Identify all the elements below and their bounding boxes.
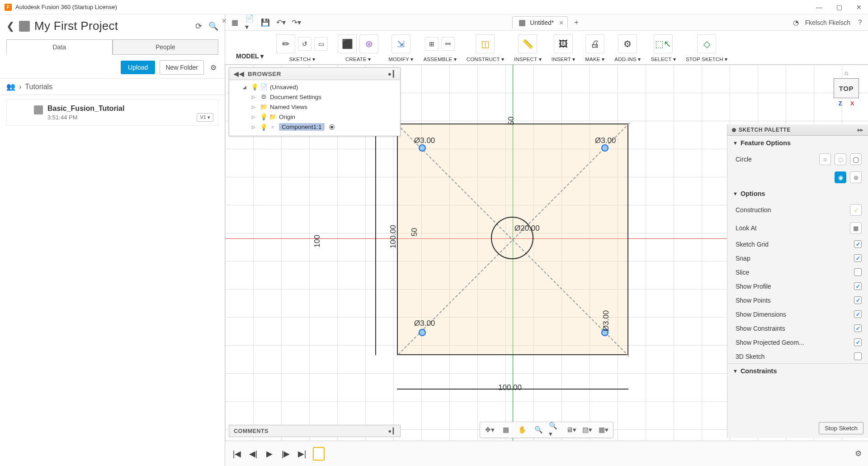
comments-panel[interactable]: COMMENTS ●┃ [229,425,401,437]
sketch-rect-icon[interactable]: ▭ [314,37,328,51]
tree-named-views[interactable]: ▷📁 Named Views [232,102,397,112]
ribbon-create-label[interactable]: CREATE ▾ [345,54,371,62]
ribbon-modify-label[interactable]: MODIFY ▾ [388,54,413,62]
circle-tan2-icon[interactable]: ◉ [835,171,846,183]
option-sketch-grid[interactable]: Sketch Grid [727,237,868,251]
insert-decal-icon[interactable]: 🖼 [554,34,573,53]
extrude-icon[interactable]: ⬛ [338,34,357,53]
orbit-icon[interactable]: ✥▾ [484,424,495,436]
search-icon[interactable]: 🔍 [208,21,218,31]
stop-sketch-button[interactable]: Stop Sketch [819,422,863,434]
constraints-header[interactable]: ▼Constraints [727,363,868,378]
feature-options-header[interactable]: ▼Feature Options [727,136,868,150]
dimension-diameter-br[interactable]: Ø3.00 [602,310,611,331]
lookat-nav-icon[interactable]: ▦ [500,424,512,436]
window-close-button[interactable]: ✕ [854,4,863,11]
dimension-diameter-tl[interactable]: Ø3.00 [414,136,435,145]
grid-apps-icon[interactable]: ▦ [230,18,240,28]
close-data-panel-button[interactable]: ✕ [222,17,227,24]
revolve-icon[interactable]: ⊛ [359,34,378,53]
assemble-joint-icon[interactable]: ⚯ [441,37,455,51]
option-construction[interactable]: Construction⟋ [727,201,868,219]
sketch-circle-center[interactable] [491,217,533,259]
ribbon-select-label[interactable]: SELECT ▾ [651,54,676,62]
timeline-settings-icon[interactable]: ⚙ [855,449,862,458]
ribbon-sketch-label[interactable]: SKETCH ▾ [289,54,315,62]
user-menu[interactable]: Fkelsch Fkelsch [805,19,850,26]
refresh-icon[interactable]: ⟳ [195,21,202,31]
file-version-dropdown[interactable]: V1 ▾ [197,113,213,122]
ribbon-construct-label[interactable]: CONSTRUCT ▾ [467,54,504,62]
comments-pin-icon[interactable]: ●┃ [388,428,396,434]
option-show-dimensions[interactable]: Show Dimensions [727,307,868,321]
ribbon-inspect-label[interactable]: INSPECT ▾ [514,54,542,62]
dimension-diameter-tr[interactable]: Ø3.00 [595,136,616,145]
new-folder-button[interactable]: New Folder [160,60,204,75]
ribbon-stop-sketch-label[interactable]: STOP SKETCH ▾ [686,54,728,62]
palette-handle-icon[interactable] [732,128,736,132]
create-sketch-icon[interactable]: ✏ [276,34,295,53]
option-show-constraints[interactable]: Show Constraints [727,321,868,335]
viewcube-face[interactable]: TOP [834,78,859,98]
ribbon-insert-label[interactable]: INSERT ▾ [552,54,576,62]
new-tab-button[interactable]: ＋ [571,17,581,27]
tree-component1[interactable]: ▷💡▫ Component1:1 [232,122,397,132]
workspace-switcher[interactable]: MODEL ▾ [230,48,270,64]
help-icon[interactable]: ？ [857,18,863,27]
tree-root[interactable]: ◢💡📄 (Unsaved) [232,82,397,92]
option-lookat[interactable]: Look At▦ [727,219,868,237]
sketch-circle-small[interactable] [419,329,426,336]
window-maximize-button[interactable]: ▢ [835,4,844,11]
circle-center-diameter-icon[interactable]: ○ [819,153,831,165]
window-minimize-button[interactable]: — [815,4,824,11]
circle-3pt-icon[interactable]: ◯ [850,153,862,165]
circle-2pt-icon[interactable]: ◌ [835,153,846,165]
ribbon-make-label[interactable]: MAKE ▾ [585,54,604,62]
timeline-end-icon[interactable]: ▶| [297,449,307,459]
press-pull-icon[interactable]: ⇲ [392,34,410,53]
construct-plane-icon[interactable]: ◫ [476,34,495,53]
circle-tan3-icon[interactable]: ⊚ [850,171,862,183]
dimension-diameter-bl[interactable]: Ø3.00 [414,319,435,328]
option-3d-sketch[interactable]: 3D Sketch [727,349,868,363]
dimension-diameter-big[interactable]: Ø20.00 [514,224,540,233]
timeline-feature-marker[interactable] [313,447,325,461]
viewport-layout-icon[interactable]: ▦▾ [598,424,609,436]
display-settings-icon[interactable]: 🖥▾ [565,424,577,436]
close-tab-icon[interactable]: ✕ [559,19,564,26]
grid-settings-icon[interactable]: ▤▾ [581,424,593,436]
3dprint-icon[interactable]: 🖨 [585,34,604,53]
viewcube[interactable]: ⌂ TOP Z X [834,69,859,107]
tab-data[interactable]: Data [6,39,113,55]
pan-icon[interactable]: ✋ [516,424,528,436]
upload-button[interactable]: Upload [121,61,155,74]
option-show-profile[interactable]: Show Profile [727,279,868,293]
assemble-new-icon[interactable]: ⊞ [425,37,439,51]
activate-component-icon[interactable] [329,124,335,130]
addins-icon[interactable]: ⚙ [618,34,637,53]
job-status-icon[interactable]: ◔ [793,19,799,27]
tree-doc-settings[interactable]: ▷⚙ Document Settings [232,92,397,102]
dimension-100v[interactable]: 100 [313,235,322,247]
save-icon[interactable]: 💾 [260,18,270,28]
dimension-width[interactable]: 100.00 [498,383,522,392]
viewcube-home-icon[interactable]: ⌂ [834,69,859,76]
options-header[interactable]: ▼Options [727,186,868,201]
option-snap[interactable]: Snap [727,251,868,265]
timeline-forward-icon[interactable]: |▶ [280,449,291,459]
redo-icon[interactable]: ↷▾ [291,18,301,28]
dimension-height[interactable]: 100.00 [389,225,398,248]
undo-icon[interactable]: ↶▾ [276,18,286,28]
new-file-icon[interactable]: 📄▾ [245,18,255,28]
timeline-back-icon[interactable]: ◀| [248,449,259,459]
browser-pin-icon[interactable]: ●┃ [388,70,396,77]
sketch-circle-small[interactable] [601,144,609,152]
palette-expand-icon[interactable]: ▸▸ [858,127,863,133]
panel-settings-icon[interactable]: ⚙ [208,62,218,74]
file-item[interactable]: Basic_Fusion_Tutorial 3:51:44 PM V1 ▾ [6,100,218,126]
tree-origin[interactable]: ▷💡📁 Origin [232,112,397,122]
zoom-icon[interactable]: 🔍 [533,424,544,436]
document-tab[interactable]: Untitled* ✕ [512,16,568,29]
option-show-points[interactable]: Show Points [727,293,868,307]
back-button[interactable]: ❮ [6,20,14,32]
